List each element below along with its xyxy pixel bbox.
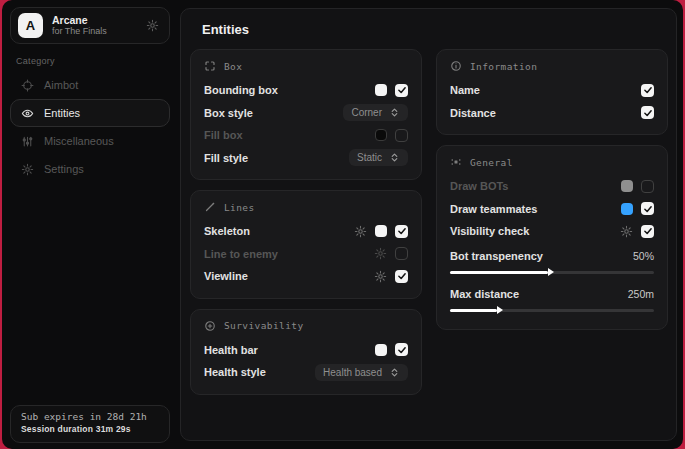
setting-row-draw-teammates: Draw teammates xyxy=(450,199,654,220)
info-icon xyxy=(450,60,462,72)
color-swatch[interactable] xyxy=(621,203,633,215)
subscription-info: Sub expires in 28d 21h Session duration … xyxy=(10,405,170,443)
max-distance-setting: Max distance 250m xyxy=(450,285,654,318)
fill-box-checkbox[interactable] xyxy=(395,129,408,142)
bounding-box-checkbox[interactable] xyxy=(395,84,408,97)
bot-transparency-slider[interactable] xyxy=(450,271,654,274)
draw-bots-checkbox[interactable] xyxy=(641,180,654,193)
lines-card: Lines Skeleton Line to enemy xyxy=(190,190,422,299)
setting-row-bounding-box: Bounding box xyxy=(204,80,408,101)
box-card: Box Bounding box Box style xyxy=(190,49,422,180)
general-card: General Draw BOTs Draw teammates xyxy=(436,145,668,330)
gear-icon xyxy=(21,163,34,176)
setting-row-viewline: Viewline xyxy=(204,266,408,287)
color-swatch[interactable] xyxy=(375,129,387,141)
setting-row-name: Name xyxy=(450,80,654,101)
fill-style-dropdown[interactable]: Static xyxy=(349,149,408,166)
sidebar-item-label: Settings xyxy=(44,163,84,175)
sidebar-item-settings[interactable]: Settings xyxy=(10,155,170,183)
session-duration-text: Session duration 31m 29s xyxy=(21,424,159,434)
setting-row-fill-style: Fill style Static xyxy=(204,148,408,169)
gear-icon[interactable] xyxy=(620,225,633,238)
color-swatch[interactable] xyxy=(375,344,387,356)
sort-icon xyxy=(389,367,400,378)
main-panel: Entities Box Bounding box xyxy=(180,8,677,441)
eye-icon xyxy=(21,107,34,120)
max-distance-value: 250m xyxy=(628,288,654,300)
card-title: Survivability xyxy=(224,320,304,331)
app-subtitle: for The Finals xyxy=(52,26,137,36)
setting-row-skeleton: Skeleton xyxy=(204,221,408,242)
sidebar-item-aimbot[interactable]: Aimbot xyxy=(10,71,170,99)
app-name: Arcane xyxy=(52,14,137,26)
visibility-check-checkbox[interactable] xyxy=(641,225,654,238)
setting-row-draw-bots: Draw BOTs xyxy=(450,176,654,197)
health-style-dropdown[interactable]: Health based xyxy=(315,364,408,381)
health-bar-checkbox[interactable] xyxy=(395,343,408,356)
app-header: A Arcane for The Finals xyxy=(10,7,170,44)
gear-icon[interactable] xyxy=(146,19,159,32)
sidebar: A Arcane for The Finals Category Aimbot … xyxy=(2,0,180,449)
sort-icon xyxy=(389,152,400,163)
color-swatch[interactable] xyxy=(375,84,387,96)
card-title: General xyxy=(470,157,513,168)
sidebar-item-label: Entities xyxy=(44,107,80,119)
name-checkbox[interactable] xyxy=(641,84,654,97)
app-logo: A xyxy=(18,13,43,38)
setting-row-box-style: Box style Corner xyxy=(204,103,408,124)
sliders-icon xyxy=(21,135,34,148)
setting-row-line-to-enemy: Line to enemy xyxy=(204,244,408,265)
survivability-card: Survivability Health bar Health style xyxy=(190,309,422,395)
line-to-enemy-checkbox[interactable] xyxy=(395,247,408,260)
page-title: Entities xyxy=(202,22,676,37)
card-title: Lines xyxy=(224,202,255,213)
sidebar-item-entities[interactable]: Entities xyxy=(10,99,170,127)
category-label: Category xyxy=(16,56,55,66)
health-icon xyxy=(204,320,216,332)
bot-transparency-value: 50% xyxy=(633,250,654,262)
sidebar-nav: Aimbot Entities Miscellaneous Settings xyxy=(10,71,170,183)
card-title: Box xyxy=(224,61,242,72)
box-corners-icon xyxy=(204,60,216,72)
distance-checkbox[interactable] xyxy=(641,106,654,119)
bot-transparency-setting: Bot transpenency 50% xyxy=(450,247,654,280)
box-style-dropdown[interactable]: Corner xyxy=(343,104,408,121)
sidebar-item-miscellaneous[interactable]: Miscellaneous xyxy=(10,127,170,155)
sidebar-item-label: Miscellaneous xyxy=(44,135,114,147)
line-icon xyxy=(204,201,216,213)
setting-row-health-bar: Health bar xyxy=(204,340,408,361)
grid-icon xyxy=(450,156,462,168)
sort-icon xyxy=(389,107,400,118)
app-window: A Arcane for The Finals Category Aimbot … xyxy=(2,0,683,449)
gear-icon[interactable] xyxy=(354,225,367,238)
setting-row-distance: Distance xyxy=(450,103,654,124)
gear-icon[interactable] xyxy=(374,270,387,283)
viewline-checkbox[interactable] xyxy=(395,270,408,283)
color-swatch[interactable] xyxy=(621,180,633,192)
card-title: Information xyxy=(470,61,537,72)
setting-row-visibility-check: Visibility check xyxy=(450,221,654,242)
gear-icon[interactable] xyxy=(374,247,387,260)
sidebar-item-label: Aimbot xyxy=(44,79,78,91)
setting-row-health-style: Health style Health based xyxy=(204,362,408,383)
sub-expiry-text: Sub expires in 28d 21h xyxy=(21,411,159,422)
skeleton-checkbox[interactable] xyxy=(395,225,408,238)
information-card: Information Name Distance xyxy=(436,49,668,135)
crosshair-icon xyxy=(21,79,34,92)
setting-row-fill-box: Fill box xyxy=(204,125,408,146)
color-swatch[interactable] xyxy=(375,225,387,237)
draw-teammates-checkbox[interactable] xyxy=(641,202,654,215)
max-distance-slider[interactable] xyxy=(450,309,654,312)
